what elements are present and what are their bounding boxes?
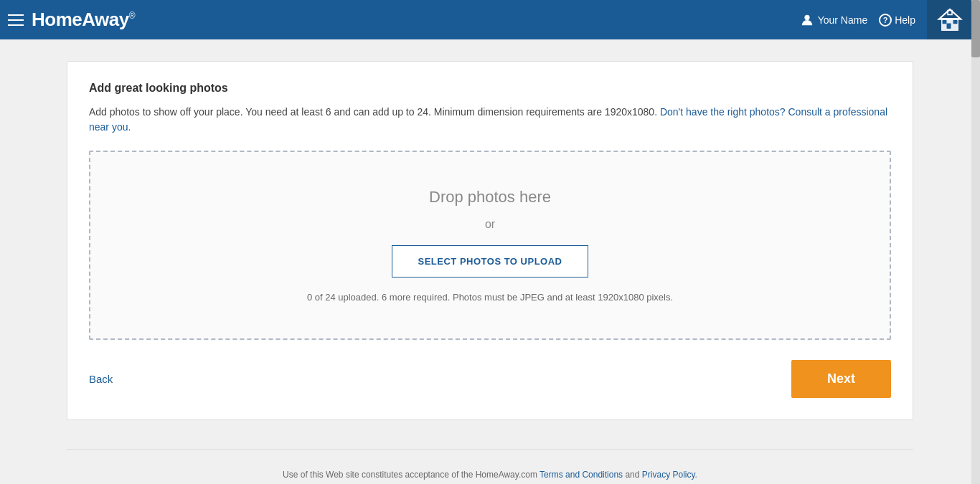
logo[interactable]: HomeAway® bbox=[32, 9, 135, 31]
help-button[interactable]: ? Help bbox=[879, 14, 915, 27]
home-button[interactable] bbox=[927, 0, 973, 39]
card-description: Add photos to show off your place. You n… bbox=[89, 105, 891, 135]
user-icon bbox=[801, 14, 814, 27]
card-title: Add great looking photos bbox=[89, 82, 891, 95]
card-footer: Back Next bbox=[89, 360, 891, 398]
main-content: Add great looking photos Add photos to s… bbox=[24, 39, 956, 484]
drop-zone[interactable]: Drop photos here or SELECT PHOTOS TO UPL… bbox=[89, 151, 891, 340]
privacy-link[interactable]: Privacy Policy bbox=[642, 470, 695, 480]
help-circle-icon: ? bbox=[879, 14, 892, 27]
scrollbar-track[interactable] bbox=[971, 0, 980, 484]
footer-end: . bbox=[695, 470, 697, 480]
back-button[interactable]: Back bbox=[89, 373, 113, 385]
drop-text: Drop photos here bbox=[105, 188, 875, 207]
house-icon bbox=[937, 7, 963, 33]
hamburger-menu[interactable] bbox=[0, 0, 32, 39]
svg-rect-4 bbox=[943, 20, 947, 24]
select-photos-button[interactable]: SELECT PHOTOS TO UPLOAD bbox=[392, 245, 589, 277]
next-button[interactable]: Next bbox=[791, 360, 891, 398]
footer-and: and bbox=[623, 470, 642, 480]
help-label: Help bbox=[895, 14, 915, 26]
svg-rect-3 bbox=[947, 23, 951, 29]
upload-info: 0 of 24 uploaded. 6 more required. Photo… bbox=[105, 292, 875, 303]
logo-sup: ® bbox=[129, 11, 135, 21]
header-right: Your Name ? Help bbox=[801, 0, 973, 39]
logo-text: HomeAway bbox=[32, 9, 129, 30]
footer-tos-text: Use of this Web site constitutes accepta… bbox=[283, 470, 540, 480]
drop-or-text: or bbox=[105, 218, 875, 231]
card-desc-text: Add photos to show off your place. You n… bbox=[89, 106, 660, 118]
terms-link[interactable]: Terms and Conditions bbox=[540, 470, 623, 480]
footer-tos: Use of this Web site constitutes accepta… bbox=[67, 470, 913, 480]
page-footer: Use of this Web site constitutes accepta… bbox=[67, 449, 913, 484]
svg-point-0 bbox=[804, 14, 809, 19]
svg-rect-5 bbox=[953, 20, 958, 24]
user-menu[interactable]: Your Name bbox=[801, 14, 868, 27]
photo-upload-card: Add great looking photos Add photos to s… bbox=[67, 61, 913, 420]
header-left: HomeAway® bbox=[0, 0, 135, 39]
scrollbar-thumb[interactable] bbox=[971, 0, 980, 57]
user-name: Your Name bbox=[818, 14, 868, 26]
header: HomeAway® Your Name ? Help bbox=[0, 0, 980, 39]
